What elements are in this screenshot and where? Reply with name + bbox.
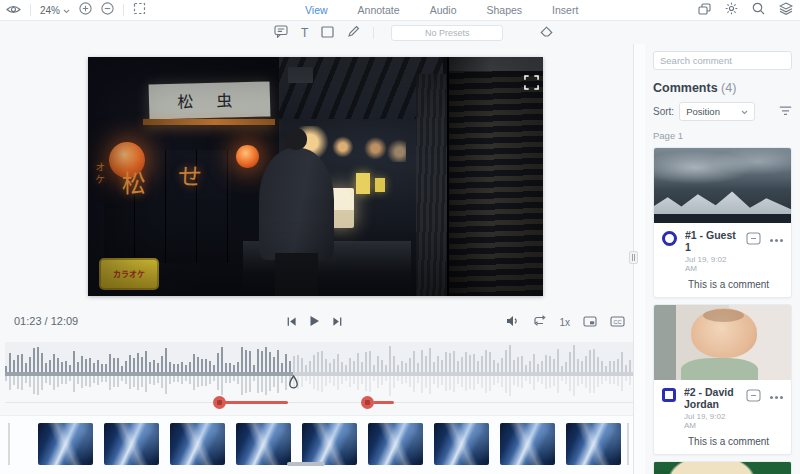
play-button[interactable]: [309, 315, 320, 330]
filmstrip-frame[interactable]: [302, 423, 357, 465]
filmstrip-frame[interactable]: [104, 423, 159, 465]
mid-shutter-door: [416, 74, 448, 296]
filmstrip-scrollbar[interactable]: [287, 462, 325, 466]
chevron-down-icon: [63, 5, 70, 16]
annotation-note-icon: [746, 389, 761, 405]
comment-3-thumbnail[interactable]: [654, 462, 791, 474]
comment-card-1[interactable]: #1 - Guest 1 Jul 19, 9:02 AM This is a c…: [653, 147, 792, 298]
settings-button[interactable]: [725, 2, 738, 18]
comment-2-thumbnail[interactable]: [654, 305, 791, 380]
loop-icon: [532, 315, 546, 330]
pen-tool-button[interactable]: [347, 25, 360, 41]
filmstrip-frame[interactable]: [368, 423, 423, 465]
filmstrip-right-edge: [627, 423, 629, 465]
waveform-panel[interactable]: [5, 342, 633, 399]
comment-1-more-button[interactable]: [770, 239, 783, 242]
comment-2-reply-button[interactable]: [746, 389, 761, 405]
annotation-toolbar: T No Presets: [0, 22, 645, 44]
comment-card-2[interactable]: #2 - David Jordan Jul 19, 9:02 AM This i…: [653, 304, 792, 455]
tab-annotate[interactable]: Annotate: [358, 4, 400, 16]
comment-2-title: #2 - David Jordan: [684, 386, 738, 410]
top-toolbar: 24% View Annotate Audio Shapes Insert: [0, 0, 800, 21]
comment-2-marker[interactable]: [361, 396, 374, 409]
filmstrip-frame[interactable]: [500, 423, 555, 465]
tab-view[interactable]: View: [305, 4, 328, 16]
comment-marker-track[interactable]: [5, 396, 633, 411]
svg-text:CC: CC: [613, 319, 621, 325]
right-shutter-door: [447, 57, 543, 296]
transport-controls: [286, 308, 343, 336]
vertical-side-sign: オケ: [92, 162, 107, 186]
visibility-toggle-button[interactable]: [6, 3, 21, 18]
video-canvas[interactable]: 松 虫 松 せ オケ カラオケ: [88, 57, 543, 296]
sort-select[interactable]: Position: [679, 102, 755, 121]
comment-1-thumbnail[interactable]: [654, 148, 791, 223]
pip-button[interactable]: [583, 315, 597, 330]
marquee-selection-icon: [133, 2, 146, 18]
comment-tool-button[interactable]: [274, 25, 288, 41]
marquee-select-button[interactable]: [133, 2, 146, 18]
filmstrip-frame[interactable]: [236, 423, 291, 465]
filmstrip-frame[interactable]: [566, 423, 621, 465]
filmstrip-frame[interactable]: [170, 423, 225, 465]
comment-1-date: Jul 19, 9:02 AM: [685, 255, 738, 273]
playback-speed-button[interactable]: 1x: [559, 317, 570, 328]
rectangle-tool-button[interactable]: [321, 26, 334, 41]
lit-awning: [143, 119, 275, 125]
page-label: Page 1: [653, 130, 792, 141]
tab-audio[interactable]: Audio: [430, 4, 457, 16]
eraser-tool-button[interactable]: [540, 26, 553, 41]
tab-insert[interactable]: Insert: [552, 4, 578, 16]
toolbar-divider: [373, 27, 374, 39]
filter-icon: [779, 104, 792, 119]
filmstrip-left-edge: [8, 423, 10, 465]
playhead-marker[interactable]: [288, 375, 299, 393]
text-tool-button[interactable]: T: [301, 27, 308, 39]
square-marker-icon: [662, 388, 676, 402]
panel-resize-handle[interactable]: [629, 251, 638, 264]
annotation-note-icon: [746, 232, 761, 248]
tab-shapes[interactable]: Shapes: [486, 4, 522, 16]
filmstrip: [0, 415, 645, 474]
skip-previous-button[interactable]: [286, 315, 297, 330]
zoom-level-dropdown[interactable]: 24%: [40, 5, 70, 16]
comment-1-info: #1 - Guest 1 Jul 19, 9:02 AM This is a c…: [654, 223, 791, 297]
marker-track-line: [5, 402, 633, 403]
volume-button[interactable]: [506, 315, 519, 330]
comment-2-more-button[interactable]: [770, 396, 783, 399]
pages-button[interactable]: [698, 3, 711, 18]
layers-button[interactable]: [779, 2, 793, 18]
search-button[interactable]: [752, 2, 765, 18]
waveform-reflection: [5, 376, 633, 398]
shop-sign-text: 松 虫: [177, 88, 242, 114]
comment-1-reply-button[interactable]: [746, 232, 761, 248]
skip-next-icon: [332, 315, 343, 330]
zoom-out-button[interactable]: [101, 2, 114, 18]
captions-button[interactable]: CC: [610, 315, 625, 330]
air-conditioner: [288, 67, 313, 84]
comment-1-marker[interactable]: [213, 396, 226, 409]
filter-button[interactable]: [779, 104, 792, 119]
zoom-in-button[interactable]: [79, 2, 92, 18]
presets-dropdown[interactable]: No Presets: [391, 25, 503, 41]
search-comment-input[interactable]: [653, 51, 792, 70]
loop-button[interactable]: [532, 315, 546, 330]
comments-heading: Comments (4): [653, 81, 792, 95]
layers-icon: [779, 2, 793, 18]
yellow-sign-2: [375, 178, 385, 192]
comment-2-range[interactable]: [373, 401, 394, 404]
pen-icon: [347, 25, 360, 41]
comment-1-range[interactable]: [223, 401, 288, 404]
filmstrip-frame[interactable]: [38, 423, 93, 465]
comment-2-date: Jul 19, 9:02 AM: [684, 412, 738, 430]
comment-card-3[interactable]: [653, 461, 792, 474]
noren-curtain: 松 せ: [104, 150, 231, 262]
filmstrip-frame[interactable]: [434, 423, 489, 465]
video-fullscreen-button[interactable]: [516, 68, 531, 83]
app-actions: [698, 0, 793, 20]
filmstrip-frames: [38, 423, 621, 465]
skip-next-button[interactable]: [332, 315, 343, 330]
noren-character-1: 松: [122, 164, 146, 199]
time-display: 01:23 / 12:09: [14, 315, 78, 327]
tab-bar: View Annotate Audio Shapes Insert: [305, 0, 578, 20]
